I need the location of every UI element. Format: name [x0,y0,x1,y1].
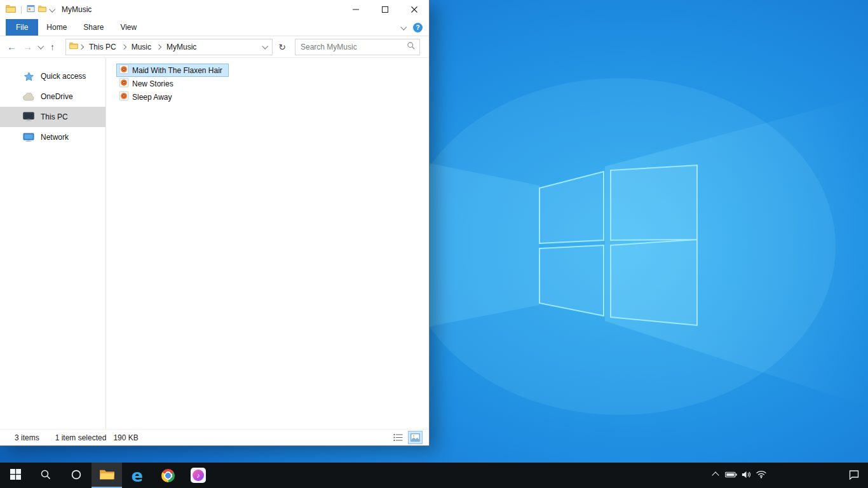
sidebar-item-label: OneDrive [41,92,73,101]
selection-size: 190 KB [113,433,138,442]
file-item-new-stories[interactable]: New Stories [116,77,180,90]
breadcrumb-music[interactable]: Music [127,39,156,55]
file-explorer-icon [99,468,115,483]
monitor-icon [22,112,35,122]
window-controls [341,0,429,19]
selection-count: 1 item selected [55,433,107,442]
sidebar-item-label: This PC [41,112,68,121]
system-tray [708,463,868,488]
file-name: Maid With The Flaxen Hair [132,66,222,75]
file-name: Sleep Away [132,93,172,102]
cloud-icon [22,93,35,101]
tray-network-button[interactable] [754,463,769,488]
new-folder-icon[interactable] [38,5,46,15]
navigation-pane: Quick access OneDrive This PC Network [0,58,106,429]
recent-locations-chevron-icon[interactable] [36,39,44,55]
address-folder-icon [69,42,78,51]
tab-view[interactable]: View [112,19,145,36]
file-name: New Stories [132,79,173,88]
status-bar: 3 items 1 item selected 190 KB [0,429,429,445]
chevron-up-icon [712,471,719,478]
file-list[interactable]: Maid With The Flaxen Hair New Stories Sl… [106,58,429,429]
sidebar-item-this-pc[interactable]: This PC [0,107,105,127]
up-button[interactable]: ↑ [44,39,60,55]
taskbar-chrome-button[interactable] [153,463,183,488]
taskbar-itunes-button[interactable]: ♪ [183,463,214,488]
refresh-button[interactable]: ↻ [275,39,290,55]
taskbar-empty-area [769,463,840,488]
taskbar: e ♪ [0,463,868,488]
tray-battery-button[interactable] [723,463,738,488]
cortana-circle-icon [71,469,82,482]
wifi-icon [756,470,767,480]
help-button[interactable]: ? [413,23,423,32]
address-toolbar: ← → ↑ This PC Music MyMusic ↻ [0,36,429,58]
close-button[interactable] [400,0,429,19]
file-item-sleep-away[interactable]: Sleep Away [116,90,179,104]
tray-volume-button[interactable] [738,463,754,488]
breadcrumb-mymusic[interactable]: MyMusic [162,39,201,55]
battery-icon [725,471,737,480]
file-item-maid-with-the-flaxen-hair[interactable]: Maid With The Flaxen Hair [116,64,229,77]
forward-button[interactable]: → [20,39,36,55]
network-icon [22,133,35,142]
tab-home[interactable]: Home [38,19,75,36]
quick-access-toolbar [6,4,54,15]
search-box [295,39,420,55]
details-view-button[interactable] [391,431,405,444]
edge-icon: e [132,467,143,484]
properties-icon[interactable] [27,4,35,15]
window-folder-icon [6,4,16,15]
search-input[interactable] [297,43,407,51]
windows-logo-icon [10,469,21,482]
itunes-icon: ♪ [191,468,206,483]
start-button[interactable] [0,463,31,488]
ribbon-tab-row: File Home Share View ? [0,19,429,36]
taskbar-search-button[interactable] [31,463,61,488]
speaker-icon [741,470,752,481]
sidebar-item-label: Quick access [41,72,86,81]
action-center-button[interactable] [840,463,868,488]
tab-share[interactable]: Share [75,19,112,36]
sidebar-item-label: Network [41,133,69,142]
view-toggles [391,431,423,444]
sidebar-item-network[interactable]: Network [0,127,105,147]
tray-show-hidden-icons-button[interactable] [708,463,723,488]
address-bar[interactable]: This PC Music MyMusic [65,39,273,55]
qat-divider [21,6,22,14]
breadcrumb-separator-icon [156,45,162,49]
star-icon [22,71,35,82]
maximize-button[interactable] [370,0,400,19]
breadcrumb-separator-icon [78,45,85,49]
customize-qat-chevron-icon[interactable] [49,6,55,12]
window-title: MyMusic [62,5,92,14]
items-count: 3 items [15,433,39,442]
media-file-icon [119,64,129,76]
breadcrumb-this-pc[interactable]: This PC [85,39,121,55]
breadcrumb-separator-icon [121,45,127,49]
music-note-icon: ♪ [196,472,200,479]
expand-ribbon-chevron-icon[interactable] [400,24,407,30]
search-icon [40,469,51,482]
sidebar-item-quick-access[interactable]: Quick access [0,66,105,86]
chrome-icon [161,469,175,482]
action-center-icon [848,469,860,482]
media-file-icon [119,78,129,90]
minimize-button[interactable] [341,0,370,19]
thumbnails-view-button[interactable] [408,431,423,444]
address-dropdown-chevron-icon[interactable] [259,44,270,49]
file-explorer-window: MyMusic File Home Share View ? ← → ↑ [0,0,429,445]
media-file-icon [119,91,129,103]
cortana-button[interactable] [61,463,92,488]
taskbar-edge-button[interactable]: e [122,463,153,488]
titlebar[interactable]: MyMusic [0,0,429,19]
sidebar-item-onedrive[interactable]: OneDrive [0,86,105,107]
taskbar-file-explorer-button[interactable] [92,463,122,488]
tab-file[interactable]: File [6,19,38,36]
back-button[interactable]: ← [4,39,20,55]
search-icon[interactable] [407,41,416,52]
